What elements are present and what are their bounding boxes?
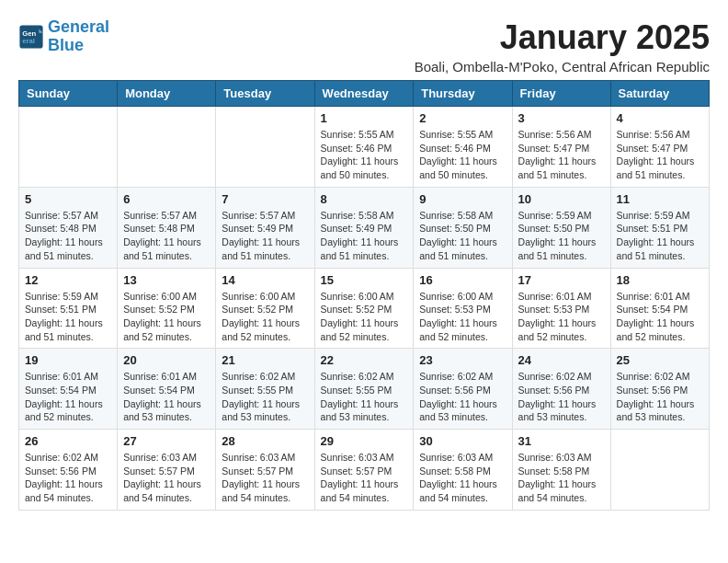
logo-icon: Gen eral	[18, 24, 44, 50]
weekday-header-wednesday: Wednesday	[314, 81, 414, 107]
day-number: 10	[518, 192, 605, 206]
weekday-header-tuesday: Tuesday	[216, 81, 314, 107]
calendar-cell: 15Sunrise: 6:00 AM Sunset: 5:52 PM Dayli…	[314, 268, 414, 349]
weekday-header-monday: Monday	[118, 81, 216, 107]
calendar-cell: 22Sunrise: 6:02 AM Sunset: 5:55 PM Dayli…	[314, 349, 414, 430]
day-number: 28	[222, 434, 308, 448]
day-number: 3	[518, 111, 605, 125]
day-info: Sunrise: 6:00 AM Sunset: 5:52 PM Dayligh…	[321, 290, 408, 344]
day-info: Sunrise: 6:01 AM Sunset: 5:54 PM Dayligh…	[25, 370, 111, 424]
calendar-cell: 30Sunrise: 6:03 AM Sunset: 5:58 PM Dayli…	[414, 430, 512, 511]
day-number: 29	[321, 434, 408, 448]
day-info: Sunrise: 6:02 AM Sunset: 5:55 PM Dayligh…	[321, 370, 408, 424]
week-row-1: 1Sunrise: 5:55 AM Sunset: 5:46 PM Daylig…	[19, 107, 710, 188]
calendar-cell: 24Sunrise: 6:02 AM Sunset: 5:56 PM Dayli…	[512, 349, 610, 430]
day-info: Sunrise: 6:00 AM Sunset: 5:52 PM Dayligh…	[123, 290, 210, 344]
calendar-cell: 12Sunrise: 5:59 AM Sunset: 5:51 PM Dayli…	[19, 268, 118, 349]
day-number: 25	[617, 353, 703, 367]
logo-text: General Blue	[48, 18, 109, 55]
day-number: 19	[25, 353, 111, 367]
day-number: 11	[617, 192, 703, 206]
day-number: 22	[321, 353, 408, 367]
day-info: Sunrise: 5:55 AM Sunset: 5:46 PM Dayligh…	[321, 128, 408, 182]
day-info: Sunrise: 5:57 AM Sunset: 5:48 PM Dayligh…	[25, 209, 111, 263]
day-info: Sunrise: 6:02 AM Sunset: 5:55 PM Dayligh…	[222, 370, 308, 424]
svg-text:eral: eral	[22, 37, 35, 45]
week-row-3: 12Sunrise: 5:59 AM Sunset: 5:51 PM Dayli…	[19, 268, 710, 349]
calendar-cell: 1Sunrise: 5:55 AM Sunset: 5:46 PM Daylig…	[314, 107, 414, 188]
calendar-cell	[19, 107, 118, 188]
day-info: Sunrise: 6:03 AM Sunset: 5:57 PM Dayligh…	[222, 451, 308, 505]
location-subtitle: Boali, Ombella-M'Poko, Central African R…	[415, 59, 710, 75]
day-number: 7	[222, 192, 308, 206]
calendar-cell: 10Sunrise: 5:59 AM Sunset: 5:50 PM Dayli…	[512, 187, 610, 268]
svg-text:Gen: Gen	[22, 29, 36, 37]
day-number: 21	[222, 353, 308, 367]
day-info: Sunrise: 5:58 AM Sunset: 5:49 PM Dayligh…	[321, 209, 408, 263]
day-number: 24	[518, 353, 605, 367]
calendar-cell: 17Sunrise: 6:01 AM Sunset: 5:53 PM Dayli…	[512, 268, 610, 349]
title-section: January 2025 Boali, Ombella-M'Poko, Cent…	[415, 18, 710, 75]
day-number: 8	[321, 192, 408, 206]
logo: Gen eral General Blue	[18, 18, 109, 55]
day-number: 6	[123, 192, 210, 206]
calendar-cell: 14Sunrise: 6:00 AM Sunset: 5:52 PM Dayli…	[216, 268, 314, 349]
day-number: 17	[518, 273, 605, 287]
day-info: Sunrise: 5:56 AM Sunset: 5:47 PM Dayligh…	[518, 128, 605, 182]
calendar-cell: 20Sunrise: 6:01 AM Sunset: 5:54 PM Dayli…	[118, 349, 216, 430]
day-info: Sunrise: 6:02 AM Sunset: 5:56 PM Dayligh…	[617, 370, 703, 424]
day-info: Sunrise: 6:03 AM Sunset: 5:58 PM Dayligh…	[419, 451, 506, 505]
weekday-header-sunday: Sunday	[19, 81, 118, 107]
calendar-cell: 4Sunrise: 5:56 AM Sunset: 5:47 PM Daylig…	[610, 107, 709, 188]
day-number: 9	[419, 192, 506, 206]
calendar-cell: 18Sunrise: 6:01 AM Sunset: 5:54 PM Dayli…	[610, 268, 709, 349]
day-number: 13	[123, 273, 210, 287]
calendar-cell: 6Sunrise: 5:57 AM Sunset: 5:48 PM Daylig…	[118, 187, 216, 268]
day-info: Sunrise: 6:00 AM Sunset: 5:52 PM Dayligh…	[222, 290, 308, 344]
day-number: 14	[222, 273, 308, 287]
day-number: 12	[25, 273, 111, 287]
day-info: Sunrise: 6:03 AM Sunset: 5:58 PM Dayligh…	[518, 451, 605, 505]
weekday-header-row: SundayMondayTuesdayWednesdayThursdayFrid…	[19, 81, 710, 107]
calendar-cell: 13Sunrise: 6:00 AM Sunset: 5:52 PM Dayli…	[118, 268, 216, 349]
day-number: 23	[419, 353, 506, 367]
day-info: Sunrise: 5:59 AM Sunset: 5:51 PM Dayligh…	[25, 290, 111, 344]
calendar-cell: 25Sunrise: 6:02 AM Sunset: 5:56 PM Dayli…	[610, 349, 709, 430]
calendar-cell: 11Sunrise: 5:59 AM Sunset: 5:51 PM Dayli…	[610, 187, 709, 268]
day-info: Sunrise: 5:55 AM Sunset: 5:46 PM Dayligh…	[419, 128, 506, 182]
calendar-cell: 28Sunrise: 6:03 AM Sunset: 5:57 PM Dayli…	[216, 430, 314, 511]
weekday-header-saturday: Saturday	[610, 81, 709, 107]
day-info: Sunrise: 5:59 AM Sunset: 5:51 PM Dayligh…	[617, 209, 703, 263]
day-info: Sunrise: 6:00 AM Sunset: 5:53 PM Dayligh…	[419, 290, 506, 344]
weekday-header-friday: Friday	[512, 81, 610, 107]
day-info: Sunrise: 6:02 AM Sunset: 5:56 PM Dayligh…	[25, 451, 111, 505]
day-info: Sunrise: 5:57 AM Sunset: 5:48 PM Dayligh…	[123, 209, 210, 263]
calendar-cell: 7Sunrise: 5:57 AM Sunset: 5:49 PM Daylig…	[216, 187, 314, 268]
day-info: Sunrise: 6:02 AM Sunset: 5:56 PM Dayligh…	[419, 370, 506, 424]
day-info: Sunrise: 6:01 AM Sunset: 5:54 PM Dayligh…	[123, 370, 210, 424]
day-info: Sunrise: 6:02 AM Sunset: 5:56 PM Dayligh…	[518, 370, 605, 424]
calendar-cell	[216, 107, 314, 188]
day-number: 16	[419, 273, 506, 287]
day-number: 26	[25, 434, 111, 448]
calendar-cell	[118, 107, 216, 188]
calendar-cell: 5Sunrise: 5:57 AM Sunset: 5:48 PM Daylig…	[19, 187, 118, 268]
logo-line1: General	[48, 17, 109, 36]
calendar-cell: 26Sunrise: 6:02 AM Sunset: 5:56 PM Dayli…	[19, 430, 118, 511]
day-number: 15	[321, 273, 408, 287]
calendar-cell: 23Sunrise: 6:02 AM Sunset: 5:56 PM Dayli…	[414, 349, 512, 430]
calendar-cell: 19Sunrise: 6:01 AM Sunset: 5:54 PM Dayli…	[19, 349, 118, 430]
month-title: January 2025	[415, 18, 710, 57]
day-number: 4	[617, 111, 703, 125]
calendar-cell: 8Sunrise: 5:58 AM Sunset: 5:49 PM Daylig…	[314, 187, 414, 268]
day-number: 5	[25, 192, 111, 206]
day-info: Sunrise: 6:01 AM Sunset: 5:54 PM Dayligh…	[617, 290, 703, 344]
calendar-cell: 2Sunrise: 5:55 AM Sunset: 5:46 PM Daylig…	[414, 107, 512, 188]
calendar-cell: 16Sunrise: 6:00 AM Sunset: 5:53 PM Dayli…	[414, 268, 512, 349]
week-row-4: 19Sunrise: 6:01 AM Sunset: 5:54 PM Dayli…	[19, 349, 710, 430]
day-info: Sunrise: 5:56 AM Sunset: 5:47 PM Dayligh…	[617, 128, 703, 182]
calendar-cell: 27Sunrise: 6:03 AM Sunset: 5:57 PM Dayli…	[118, 430, 216, 511]
calendar-body: 1Sunrise: 5:55 AM Sunset: 5:46 PM Daylig…	[19, 107, 710, 511]
logo-line2: Blue	[48, 36, 84, 54]
day-info: Sunrise: 5:58 AM Sunset: 5:50 PM Dayligh…	[419, 209, 506, 263]
